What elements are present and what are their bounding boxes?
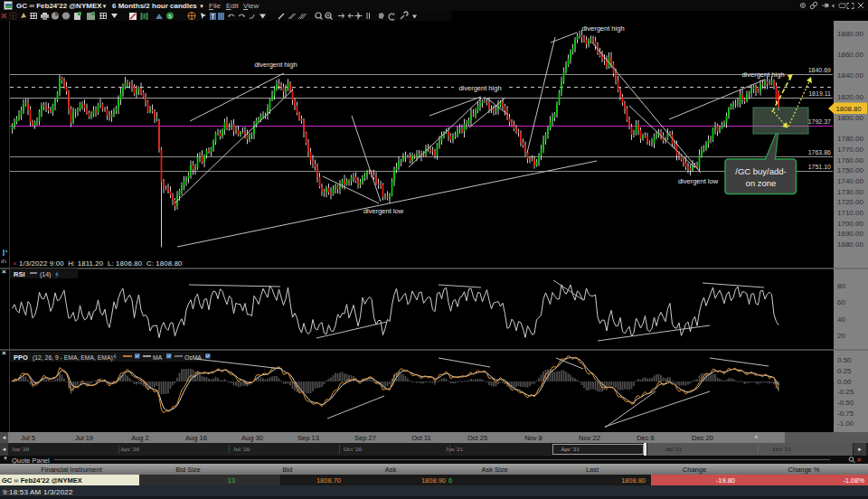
svg-text:80: 80 [837, 282, 845, 290]
svg-text:40: 40 [837, 315, 845, 324]
svg-text:0.00: 0.00 [837, 378, 852, 386]
svg-text:RSI: RSI [14, 270, 25, 278]
svg-text:divergent low: divergent low [363, 207, 404, 215]
svg-text:1770.00: 1770.00 [837, 146, 863, 154]
svg-text:0.25: 0.25 [837, 367, 852, 375]
svg-text:1751.10: 1751.10 [808, 164, 831, 170]
svg-text:60: 60 [837, 298, 845, 306]
svg-text:1819.11: 1819.11 [808, 90, 831, 97]
svg-text:0.50: 0.50 [837, 356, 852, 364]
svg-text:1700.00: 1700.00 [837, 220, 863, 228]
svg-text:divergent low: divergent low [678, 177, 719, 185]
svg-text:-1.00: -1.00 [837, 419, 854, 428]
svg-text:1720.00: 1720.00 [837, 198, 863, 206]
svg-text:divergent high: divergent high [741, 71, 784, 79]
svg-text:1800.00: 1800.00 [837, 114, 863, 122]
svg-text:1760.00: 1760.00 [837, 156, 863, 165]
svg-text:1730.00: 1730.00 [837, 188, 863, 196]
svg-text:(12, 26, 9 - EMA, EMA, EMA): (12, 26, 9 - EMA, EMA, EMA) [33, 354, 113, 362]
svg-text:20: 20 [837, 332, 845, 340]
svg-text:-0.75: -0.75 [837, 410, 854, 418]
svg-text:1808.80: 1808.80 [836, 105, 863, 113]
svg-text:MA: MA [153, 354, 163, 361]
svg-text:1710.00: 1710.00 [837, 209, 863, 217]
svg-text:1792.37: 1792.37 [808, 118, 831, 125]
svg-text:1763.86: 1763.86 [808, 149, 831, 155]
svg-text:1860.00: 1860.00 [837, 51, 863, 59]
svg-text:on zone: on zone [746, 178, 777, 188]
svg-text:divergent high: divergent high [458, 84, 501, 92]
svg-text:1690.00: 1690.00 [837, 230, 863, 238]
svg-text:1680.00: 1680.00 [837, 240, 863, 249]
svg-text:-0.25: -0.25 [837, 388, 854, 396]
svg-text:1780.00: 1780.00 [837, 135, 863, 143]
svg-text:1820.00: 1820.00 [837, 93, 863, 101]
svg-text:-0.50: -0.50 [837, 399, 854, 407]
svg-text:PPO: PPO [14, 353, 28, 362]
svg-text:divergent high: divergent high [581, 24, 624, 33]
svg-text:×: × [13, 259, 16, 268]
svg-text:/GC buy/add-: /GC buy/add- [735, 166, 787, 176]
svg-text:1840.00: 1840.00 [837, 71, 863, 80]
svg-text:(14): (14) [40, 271, 51, 278]
svg-text:divergent high: divergent high [254, 61, 297, 69]
svg-text:1880.00: 1880.00 [837, 30, 863, 38]
svg-text:1840.69: 1840.69 [808, 67, 831, 73]
svg-text:1750.00: 1750.00 [837, 166, 863, 174]
svg-text:1/3/2022 9:00 H: 1811.20 L:: 1/3/2022 9:00 H: 1811.20 L: 1806.80 C: 1… [19, 259, 183, 268]
svg-text:1740.00: 1740.00 [837, 177, 863, 185]
